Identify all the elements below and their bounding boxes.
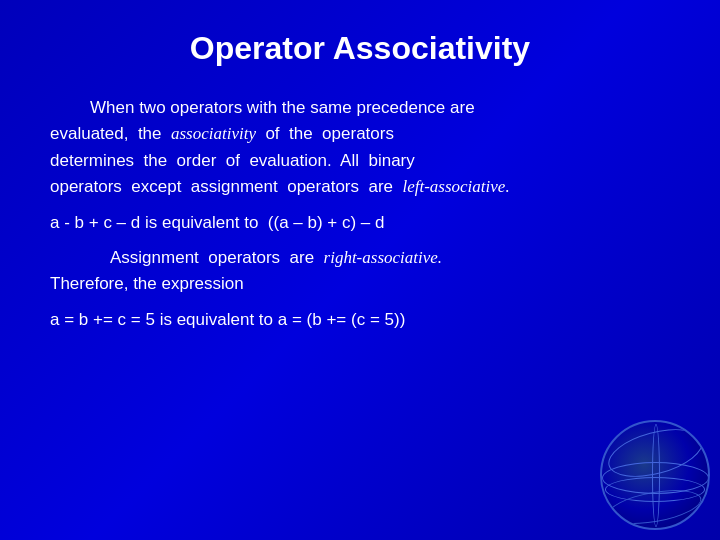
slide-title: Operator Associativity (50, 30, 670, 67)
term-associativity: associativity (171, 124, 256, 143)
paragraph-1: When two operators with the same precede… (50, 95, 670, 200)
paragraph-2: Assignment operators are right-associati… (50, 245, 670, 298)
paragraph-2-line1: Assignment operators are right-associati… (110, 248, 442, 267)
term-right-associative: right-associative. (324, 248, 443, 267)
globe-vertical-line (652, 424, 660, 527)
globe-decoration (600, 420, 710, 530)
term-left-associative: left-associative. (402, 177, 509, 196)
code-example-2: a = b += c = 5 is equivalent to a = (b +… (50, 307, 670, 333)
code-example-1: a - b + c – d is equivalent to ((a – b) … (50, 210, 670, 236)
slide: Operator Associativity When two operator… (0, 0, 720, 540)
slide-content: When two operators with the same precede… (50, 95, 670, 334)
paragraph-1-line1: When two operators with the same precede… (90, 98, 475, 117)
